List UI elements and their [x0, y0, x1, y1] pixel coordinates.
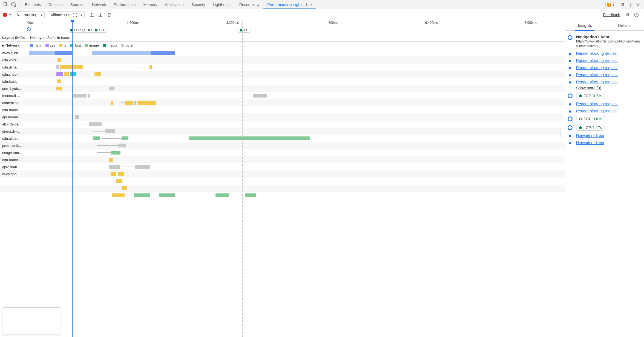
network-row[interactable]: cdn.trackj...: [0, 78, 565, 85]
request-bar[interactable]: [88, 94, 90, 98]
request-bar[interactable]: [94, 72, 101, 76]
request-bar[interactable]: [56, 72, 63, 76]
inspect-element-icon[interactable]: [2, 1, 10, 8]
request-bar[interactable]: [109, 165, 120, 169]
tab-security[interactable]: Security: [188, 0, 209, 9]
metric-pill-fcp[interactable]: FCP0.73s: [576, 93, 605, 99]
time-ruler[interactable]: 0ms1,600ms3,200ms4,800ms6,400ms8,000ms: [27, 20, 565, 26]
request-bar[interactable]: [109, 87, 114, 90]
tab-application[interactable]: Application: [161, 0, 188, 9]
more-menu-icon[interactable]: [626, 1, 634, 8]
network-row[interactable]: prod-confi...: [0, 142, 565, 149]
profile-dropdown[interactable]: allbirds.com (1): [48, 11, 85, 18]
network-row[interactable]: qoe-1.yott...: [0, 85, 565, 92]
tab-lighthouse[interactable]: Lighthouse: [209, 0, 235, 9]
gear-icon[interactable]: [624, 11, 631, 19]
request-bar[interactable]: [122, 186, 127, 190]
request-bar[interactable]: [253, 94, 266, 98]
request-bar[interactable]: [56, 65, 59, 69]
insight-link[interactable]: Render blocking request: [576, 73, 618, 77]
record-button[interactable]: [3, 13, 7, 17]
request-bar[interactable]: [151, 51, 175, 55]
request-bar[interactable]: [159, 193, 175, 197]
tab-network[interactable]: Network: [88, 0, 110, 9]
request-bar[interactable]: [118, 172, 124, 176]
request-bar[interactable]: [125, 101, 133, 105]
tab-recorder[interactable]: Recorder: [235, 0, 264, 9]
insight-link[interactable]: Render blocking request: [576, 80, 618, 84]
tab-elements[interactable]: Elements: [21, 0, 45, 9]
network-row[interactable]: [0, 185, 565, 192]
insight-link[interactable]: Render blocking request: [576, 51, 618, 56]
request-bar[interactable]: [93, 136, 100, 140]
metric-pill-dcl[interactable]: DCL0.81s: [576, 116, 605, 122]
network-row[interactable]: allbirds-da...: [0, 121, 565, 128]
tab-details[interactable]: Details: [605, 20, 644, 30]
collapse-sidebar-toggle[interactable]: ›: [560, 130, 565, 136]
network-row[interactable]: [0, 178, 565, 185]
throttling-dropdown[interactable]: No throttling: [14, 11, 45, 18]
request-bar[interactable]: [73, 94, 87, 98]
request-bar[interactable]: [57, 79, 61, 83]
issues-badge[interactable]: ! 1: [605, 2, 616, 7]
request-bar[interactable]: [134, 101, 137, 105]
metric-pill-tti[interactable]: TTI: [237, 28, 251, 33]
insight-link[interactable]: Network redirect: [576, 141, 604, 145]
tab-sources[interactable]: Sources: [67, 0, 88, 9]
request-bar[interactable]: [119, 193, 124, 197]
network-row[interactable]: monorail-...: [0, 92, 565, 99]
request-bar[interactable]: [75, 115, 79, 119]
network-row[interactable]: cdn.shopif...: [0, 71, 565, 78]
feedback-link[interactable]: Feedback: [603, 13, 620, 17]
tab-console[interactable]: Console: [45, 0, 66, 9]
network-label[interactable]: ▶ Network: [0, 42, 27, 49]
request-bar[interactable]: [150, 65, 152, 69]
import-icon[interactable]: [97, 11, 104, 19]
network-row[interactable]: api2.bran...: [0, 163, 565, 170]
request-bar[interactable]: [215, 193, 229, 197]
request-bar[interactable]: [111, 151, 120, 155]
request-bar[interactable]: [56, 87, 62, 90]
metric-pill-group[interactable]: FCPDCLLCP: [68, 28, 108, 33]
network-row[interactable]: [0, 192, 565, 199]
metric-pill-lcp[interactable]: LCP1.17s: [576, 125, 605, 131]
request-bar[interactable]: [105, 129, 115, 133]
request-bar[interactable]: [245, 193, 256, 197]
request-bar[interactable]: [97, 145, 119, 146]
insight-link[interactable]: Render blocking request: [576, 102, 618, 106]
request-bar[interactable]: [116, 179, 123, 183]
show-more-link[interactable]: Show more (3): [576, 86, 641, 90]
device-toolbar-icon[interactable]: [10, 1, 18, 8]
delete-icon[interactable]: [105, 11, 113, 19]
request-bar[interactable]: [102, 138, 123, 139]
request-bar[interactable]: [135, 165, 150, 169]
export-icon[interactable]: [88, 11, 96, 19]
request-bar[interactable]: [97, 152, 112, 153]
close-tab-icon[interactable]: ×: [310, 2, 312, 7]
request-bar[interactable]: [111, 101, 113, 105]
request-bar[interactable]: [89, 122, 102, 126]
request-bar[interactable]: [64, 72, 69, 76]
tab-performance[interactable]: Performance: [110, 0, 139, 9]
network-row[interactable]: www.allbir...: [0, 49, 565, 56]
request-bar[interactable]: [55, 51, 73, 55]
request-bar[interactable]: [70, 72, 76, 76]
network-row[interactable]: cdn.allbird...: [0, 135, 565, 142]
tab-performance-insights[interactable]: Performance insights×: [263, 0, 316, 9]
insight-link[interactable]: Network redirect: [576, 133, 604, 138]
record-menu-chevron-icon[interactable]: ▾: [9, 13, 11, 17]
request-bar[interactable]: [189, 136, 310, 140]
request-bar[interactable]: [137, 101, 156, 105]
request-bar[interactable]: [109, 158, 113, 162]
tab-insights[interactable]: Insights: [565, 20, 605, 30]
network-row[interactable]: cdn.rudde...: [0, 106, 565, 113]
settings-gear-icon[interactable]: [619, 1, 626, 8]
request-bar[interactable]: [137, 67, 149, 67]
request-bar[interactable]: [60, 65, 83, 69]
network-row[interactable]: api.rudder...: [0, 113, 565, 121]
insight-link[interactable]: Render blocking request: [576, 58, 618, 63]
network-row[interactable]: usage.trac...: [0, 149, 565, 156]
request-bar[interactable]: [134, 193, 150, 197]
tab-memory[interactable]: Memory: [140, 0, 161, 9]
insights-list[interactable]: Navigation Eventhttps://www.allbirds.com…: [565, 31, 644, 337]
